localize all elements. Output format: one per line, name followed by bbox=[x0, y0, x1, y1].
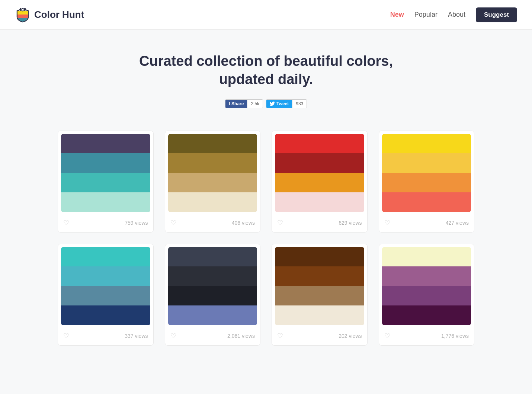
hero-section: Curated collection of beautiful colors, … bbox=[0, 30, 532, 123]
nav: New Popular About Suggest bbox=[390, 7, 517, 22]
swatch-1-1 bbox=[61, 153, 150, 173]
palette-footer-2: ♡406 views bbox=[165, 215, 260, 232]
swatch-1-0 bbox=[61, 134, 150, 154]
views-count-8: 1,776 views bbox=[441, 333, 469, 339]
palette-footer-1: ♡759 views bbox=[58, 215, 153, 232]
swatch-3-1 bbox=[275, 153, 364, 173]
palette-card-8[interactable]: ♡1,776 views bbox=[379, 244, 475, 346]
palette-footer-3: ♡629 views bbox=[272, 215, 367, 232]
nav-about[interactable]: About bbox=[448, 11, 465, 19]
swatch-7-1 bbox=[275, 266, 364, 286]
logo-icon bbox=[15, 7, 31, 23]
swatch-5-2 bbox=[61, 286, 150, 306]
twitter-bird-icon bbox=[270, 102, 275, 106]
views-count-6: 2,061 views bbox=[227, 333, 255, 339]
palette-card-5[interactable]: ♡337 views bbox=[58, 244, 154, 346]
swatch-3-2 bbox=[275, 173, 364, 193]
views-count-5: 337 views bbox=[125, 333, 148, 339]
facebook-share-label[interactable]: f Share bbox=[225, 100, 247, 108]
palette-swatches-2 bbox=[168, 134, 257, 212]
palette-swatches-6 bbox=[168, 247, 257, 325]
swatch-3-3 bbox=[275, 192, 364, 212]
swatch-6-2 bbox=[168, 286, 257, 306]
palette-footer-6: ♡2,061 views bbox=[165, 328, 260, 345]
palette-footer-4: ♡427 views bbox=[379, 215, 474, 232]
views-count-1: 759 views bbox=[125, 220, 148, 226]
heart-icon-8[interactable]: ♡ bbox=[384, 332, 390, 340]
swatch-3-0 bbox=[275, 134, 364, 154]
palette-swatches-4 bbox=[382, 134, 471, 212]
facebook-share-button[interactable]: f Share 2.5k bbox=[225, 99, 263, 108]
swatch-6-3 bbox=[168, 305, 257, 325]
svg-point-4 bbox=[24, 8, 26, 9]
svg-rect-2 bbox=[17, 18, 28, 22]
heart-icon-1[interactable]: ♡ bbox=[63, 219, 69, 227]
svg-rect-0 bbox=[17, 11, 28, 15]
swatch-6-1 bbox=[168, 266, 257, 286]
heart-icon-3[interactable]: ♡ bbox=[277, 219, 283, 227]
suggest-button[interactable]: Suggest bbox=[476, 7, 517, 22]
palette-swatches-7 bbox=[275, 247, 364, 325]
nav-new[interactable]: New bbox=[390, 11, 404, 19]
twitter-tweet-button[interactable]: Tweet 933 bbox=[266, 99, 307, 108]
swatch-5-3 bbox=[61, 305, 150, 325]
logo-area[interactable]: Color Hunt bbox=[15, 7, 84, 23]
heart-icon-2[interactable]: ♡ bbox=[170, 219, 176, 227]
swatch-2-0 bbox=[168, 134, 257, 154]
heart-icon-7[interactable]: ♡ bbox=[277, 332, 283, 340]
swatch-7-2 bbox=[275, 286, 364, 306]
heart-icon-6[interactable]: ♡ bbox=[170, 332, 176, 340]
swatch-2-3 bbox=[168, 192, 257, 212]
views-count-4: 427 views bbox=[446, 220, 469, 226]
swatch-7-3 bbox=[275, 305, 364, 325]
svg-rect-1 bbox=[17, 15, 28, 18]
views-count-7: 202 views bbox=[339, 333, 362, 339]
swatch-4-3 bbox=[382, 192, 471, 212]
palette-footer-8: ♡1,776 views bbox=[379, 328, 474, 345]
swatch-5-1 bbox=[61, 266, 150, 286]
palette-footer-5: ♡337 views bbox=[58, 328, 153, 345]
twitter-tweet-label[interactable]: Tweet bbox=[266, 100, 292, 108]
nav-popular[interactable]: Popular bbox=[414, 11, 438, 19]
swatch-2-1 bbox=[168, 153, 257, 173]
swatch-1-3 bbox=[61, 192, 150, 212]
swatch-1-2 bbox=[61, 173, 150, 193]
palette-card-3[interactable]: ♡629 views bbox=[272, 131, 368, 233]
swatch-4-2 bbox=[382, 173, 471, 193]
logo-title: Color Hunt bbox=[34, 9, 84, 20]
views-count-3: 629 views bbox=[339, 220, 362, 226]
swatch-6-0 bbox=[168, 247, 257, 267]
palette-swatches-5 bbox=[61, 247, 150, 325]
swatch-8-2 bbox=[382, 286, 471, 306]
palette-card-4[interactable]: ♡427 views bbox=[379, 131, 475, 233]
twitter-count: 933 bbox=[292, 100, 307, 108]
facebook-count: 2.5k bbox=[247, 100, 263, 108]
palette-swatches-1 bbox=[61, 134, 150, 212]
palette-card-2[interactable]: ♡406 views bbox=[165, 131, 261, 233]
header: Color Hunt New Popular About Suggest bbox=[0, 0, 532, 30]
swatch-2-2 bbox=[168, 173, 257, 193]
heart-icon-4[interactable]: ♡ bbox=[384, 219, 390, 227]
swatch-8-3 bbox=[382, 305, 471, 325]
palette-swatches-3 bbox=[275, 134, 364, 212]
swatch-7-0 bbox=[275, 247, 364, 267]
palette-card-1[interactable]: ♡759 views bbox=[58, 131, 154, 233]
swatch-4-1 bbox=[382, 153, 471, 173]
swatch-8-0 bbox=[382, 247, 471, 267]
svg-point-3 bbox=[20, 8, 21, 9]
heart-icon-5[interactable]: ♡ bbox=[63, 332, 69, 340]
views-count-2: 406 views bbox=[232, 220, 255, 226]
palette-card-7[interactable]: ♡202 views bbox=[272, 244, 368, 346]
palette-swatches-8 bbox=[382, 247, 471, 325]
swatch-4-0 bbox=[382, 134, 471, 154]
social-buttons: f Share 2.5k Tweet 933 bbox=[7, 99, 525, 108]
palette-card-6[interactable]: ♡2,061 views bbox=[165, 244, 261, 346]
swatch-5-0 bbox=[61, 247, 150, 267]
palette-footer-7: ♡202 views bbox=[272, 328, 367, 345]
palettes-grid: ♡759 views♡406 views♡629 views♡427 views… bbox=[43, 123, 489, 368]
swatch-8-1 bbox=[382, 266, 471, 286]
hero-headline: Curated collection of beautiful colors, … bbox=[136, 52, 396, 89]
